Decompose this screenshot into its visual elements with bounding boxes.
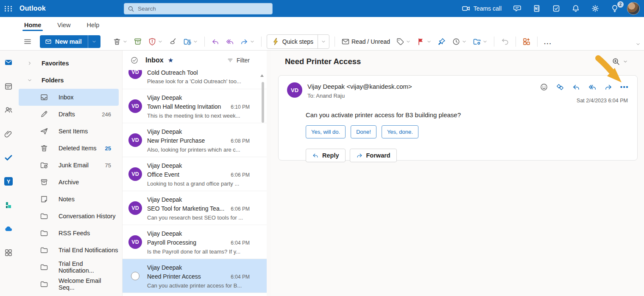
sender-avatar[interactable]: VD <box>287 82 302 98</box>
rail-item-people[interactable] <box>2 103 15 117</box>
rail-item-yammer[interactable]: Y <box>2 175 15 188</box>
message-item-cold-outreach-tool[interactable]: VD Vijay Deepak Cold Outreach Tool Pleas… <box>123 70 267 89</box>
folder-item-trial-end-notification[interactable]: Trial End Notification... <box>19 259 119 276</box>
categorize-button[interactable] <box>393 35 414 48</box>
account-avatar[interactable] <box>627 2 640 15</box>
sender-avatar[interactable]: VD <box>128 235 142 249</box>
quick-steps-button[interactable]: Quick steps <box>267 34 329 49</box>
folder-item-sent-items[interactable]: Sent Items <box>19 123 119 140</box>
tips-button[interactable]: 2 <box>605 0 624 17</box>
rail-item-mail[interactable] <box>2 56 15 69</box>
sender-avatar[interactable]: VD <box>128 201 142 215</box>
message-item-seo-tool-for-marketing-tea[interactable]: VD Vijay Deepak SEO Tool for Marketing T… <box>123 191 267 225</box>
folder-item-inbox[interactable]: Inbox <box>19 89 119 106</box>
suggested-reply-3[interactable]: Yes, done. <box>382 125 418 138</box>
rail-item-insights[interactable] <box>2 198 15 212</box>
addins-button[interactable] <box>519 35 534 48</box>
star-icon[interactable]: ★ <box>168 56 173 64</box>
select-all-icon[interactable] <box>130 56 139 65</box>
more-actions-button[interactable]: ••• <box>620 83 629 91</box>
add-reaction-button[interactable] <box>540 83 548 91</box>
snooze-button[interactable] <box>449 35 470 48</box>
sweep-button[interactable] <box>166 35 180 48</box>
zoom-control[interactable] <box>612 57 636 66</box>
sender-avatar[interactable]: VD <box>128 70 142 79</box>
notifications-button[interactable] <box>566 0 585 17</box>
app-launcher-button[interactable] <box>0 0 17 17</box>
onenote-feed-button[interactable] <box>527 0 546 17</box>
folder-pane-toggle-button[interactable] <box>20 35 35 48</box>
tab-view[interactable]: View <box>56 18 71 32</box>
folder-item-conversation-history[interactable]: Conversation History <box>19 208 119 225</box>
settings-button[interactable] <box>585 0 605 17</box>
my-day-button[interactable] <box>546 0 566 17</box>
folder-item-notes[interactable]: Notes <box>19 191 119 208</box>
chevron-down-icon <box>406 39 411 44</box>
folder-item-trial-end-notifications[interactable]: Trial End Notifications <box>19 242 119 259</box>
folder-label: Drafts <box>59 111 75 118</box>
message-select-radio[interactable] <box>131 272 139 280</box>
reply-action-button[interactable] <box>572 83 580 91</box>
forward-inline-button[interactable]: Forward <box>350 149 397 162</box>
rules-button[interactable] <box>470 35 491 48</box>
suggested-reply-1[interactable]: Yes, will do. <box>306 125 346 138</box>
filter-button[interactable]: Filter <box>227 57 261 64</box>
list-scroll-up[interactable] <box>260 74 264 77</box>
delete-button[interactable] <box>110 35 131 48</box>
ribbon-collapse-button[interactable] <box>636 41 641 48</box>
archive-button[interactable] <box>131 35 145 48</box>
loop-tag-button[interactable] <box>556 83 564 91</box>
folder-item-rss-feeds[interactable]: RSS Feeds <box>19 225 119 242</box>
sender-avatar[interactable]: VD <box>128 133 142 147</box>
favorites-section[interactable]: Favorites <box>17 55 122 72</box>
message-item-office-event[interactable]: VD Vijay Deepak Office Event 6:06 PM Loo… <box>123 157 267 191</box>
folders-section[interactable]: Folders <box>17 72 122 89</box>
teams-call-button[interactable]: Teams call <box>459 0 507 17</box>
sender-line[interactable]: Vijay Deepak <vijay@kanidesk.com> <box>307 82 412 91</box>
new-mail-button[interactable]: New mail <box>40 35 100 48</box>
folder-item-welcome-email-seq[interactable]: Welcome Email Seq... <box>19 276 119 293</box>
move-to-button[interactable] <box>180 35 201 48</box>
message-item-town-hall-meeting-invitation[interactable]: VD Vijay Deepak Town Hall Meeting Invita… <box>123 89 267 123</box>
new-mail-dropdown[interactable] <box>88 35 100 48</box>
message-item-need-printer-access[interactable]: Vijay Deepak Need Printer Access 6:04 PM… <box>123 259 267 293</box>
read-unread-button[interactable]: Read / Unread <box>338 35 393 48</box>
reply-all-button[interactable] <box>223 35 237 48</box>
mail-icon <box>4 58 13 67</box>
recipient-line[interactable]: To: Anand Raju <box>307 92 412 100</box>
tab-help[interactable]: Help <box>86 18 100 32</box>
quick-steps-dropdown[interactable] <box>318 35 329 48</box>
more-options-button[interactable]: ... <box>541 36 555 48</box>
sender-avatar[interactable]: VD <box>128 167 142 181</box>
folder-item-drafts[interactable]: Drafts246 <box>19 106 119 123</box>
rail-item-onedrive[interactable] <box>2 222 15 236</box>
onenote-icon <box>532 4 541 13</box>
message-time: 6:06 PM <box>231 205 250 214</box>
message-item-payroll-processing[interactable]: VD Vijay Deepak Payroll Processing 6:04 … <box>123 225 267 259</box>
search-bar[interactable] <box>124 3 273 14</box>
undo-button[interactable] <box>498 35 512 48</box>
rail-item-more-apps[interactable] <box>2 246 15 259</box>
chat-button[interactable] <box>507 0 527 17</box>
search-input[interactable] <box>138 6 256 12</box>
report-button[interactable] <box>145 35 166 48</box>
reply-inline-button[interactable]: Reply <box>306 149 346 162</box>
tab-home[interactable]: Home <box>23 18 42 32</box>
folder-item-junk-email[interactable]: Junk Email75 <box>19 157 119 174</box>
suggested-reply-2[interactable]: Done! <box>351 125 376 138</box>
reply-button[interactable] <box>208 35 223 48</box>
message-item-new-printer-purchase[interactable]: VD Vijay Deepak New Printer Purchase 6:0… <box>123 123 267 157</box>
pin-button[interactable] <box>435 35 449 48</box>
folder-item-archive[interactable]: Archive <box>19 174 119 191</box>
rail-item-todo[interactable] <box>2 151 15 164</box>
folder-item-deleted-items[interactable]: Deleted Items25 <box>19 140 119 157</box>
list-scrollbar[interactable] <box>262 82 264 123</box>
sender-avatar[interactable]: VD <box>128 99 142 113</box>
reply-all-action-button[interactable] <box>588 83 597 91</box>
rail-item-calendar[interactable] <box>2 79 15 93</box>
rail-item-files[interactable] <box>2 127 15 141</box>
message-preview: Can you activate printer access for B... <box>147 282 250 290</box>
forward-button[interactable] <box>237 35 258 48</box>
forward-action-button[interactable] <box>604 83 613 91</box>
flag-button[interactable] <box>414 35 435 48</box>
